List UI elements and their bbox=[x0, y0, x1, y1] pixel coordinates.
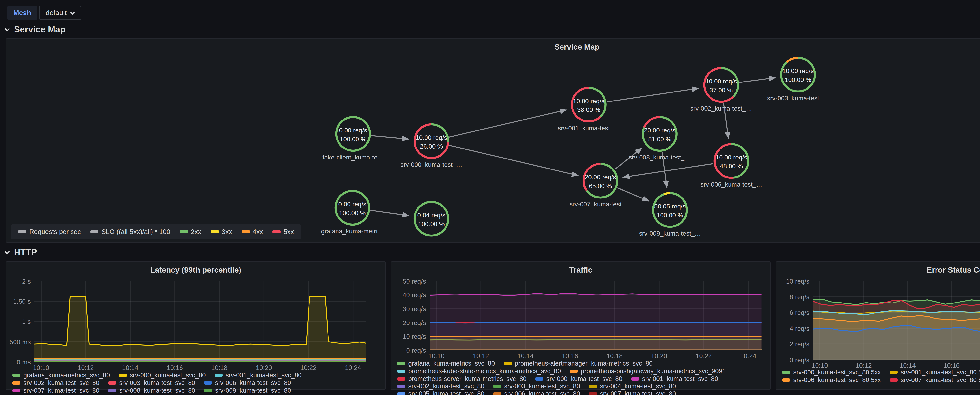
mesh-variable-label: Mesh bbox=[8, 6, 37, 20]
legend-swatch bbox=[204, 389, 212, 392]
legend-item[interactable]: srv-004_kuma-test_svc_80 bbox=[589, 383, 676, 390]
legend-item[interactable]: 5xx bbox=[272, 228, 294, 235]
legend-item[interactable]: srv-001_kuma-test_svc_80 5xx bbox=[889, 369, 980, 376]
panel-title[interactable]: Error Status Codes bbox=[776, 262, 980, 274]
legend-item[interactable]: prometheus-server_kuma-metrics_svc_80 bbox=[397, 376, 527, 382]
legend-item[interactable]: Requests per sec bbox=[18, 228, 81, 235]
x-axis-tick: 10:12 bbox=[466, 352, 496, 360]
x-axis-tick: 10:10 bbox=[27, 364, 56, 371]
row-title: HTTP bbox=[14, 247, 37, 257]
panel-title[interactable]: Traffic bbox=[391, 262, 770, 274]
legend-item[interactable]: srv-006_kuma-test_svc_80 bbox=[204, 380, 291, 386]
legend-item[interactable]: srv-006_kuma-test_svc_80 bbox=[493, 391, 580, 395]
legend-item[interactable]: srv-009_kuma-test_svc_80 bbox=[204, 387, 291, 394]
legend-item[interactable]: srv-000_kuma-test_svc_80 bbox=[535, 376, 622, 382]
svg-text:100.00 %: 100.00 % bbox=[785, 76, 811, 84]
legend-item[interactable]: SLO ((all-5xx)/all) * 100 bbox=[91, 228, 170, 235]
panel-title[interactable]: Latency (99th percentile) bbox=[6, 262, 385, 274]
service-map-node-ring bbox=[781, 58, 815, 92]
service-map-node-ring bbox=[336, 117, 370, 151]
row-header-http[interactable]: HTTP bbox=[6, 247, 37, 257]
row-header-service-map[interactable]: Service Map bbox=[6, 24, 65, 35]
svg-text:srv-008_kuma-test_…: srv-008_kuma-test_… bbox=[629, 154, 691, 161]
legend-item[interactable]: 3xx bbox=[211, 228, 232, 235]
legend-item[interactable]: prometheus-pushgateway_kuma-metrics_svc_… bbox=[570, 368, 726, 374]
service-map-edge bbox=[607, 88, 699, 102]
legend-swatch bbox=[589, 385, 597, 388]
y-axis-tick: 40 req/s bbox=[391, 291, 426, 299]
legend-item[interactable]: srv-002_kuma-test_svc_80 bbox=[12, 380, 99, 386]
legend-swatch bbox=[12, 381, 21, 385]
y-axis-tick: 10 req/s bbox=[391, 333, 426, 340]
traffic-panel: Traffic grafana_kuma-metrics_svc_80prome… bbox=[391, 261, 771, 390]
legend-item[interactable]: srv-007_kuma-test_svc_80 bbox=[12, 387, 99, 394]
legend-swatch bbox=[204, 381, 212, 385]
svg-text:srv-007_kuma-test_…: srv-007_kuma-test_… bbox=[570, 201, 632, 208]
service-map-edge bbox=[739, 78, 776, 82]
y-axis-tick: 8 req/s bbox=[776, 293, 810, 301]
legend-item[interactable]: srv-003_kuma-test_svc_80 bbox=[493, 383, 580, 390]
legend-swatch bbox=[215, 374, 223, 377]
legend-item[interactable]: srv-000_kuma-test_svc_80 5xx bbox=[782, 369, 881, 376]
legend-swatch bbox=[242, 230, 250, 233]
legend-item[interactable]: grafana_kuma-metrics_svc_80 bbox=[12, 372, 110, 379]
svg-text:81.00 %: 81.00 % bbox=[648, 136, 671, 143]
legend-item[interactable]: srv-005_kuma-test_svc_80 bbox=[397, 391, 484, 395]
svg-text:48.00 %: 48.00 % bbox=[720, 163, 743, 170]
y-axis-tick: 0 req/s bbox=[776, 356, 810, 364]
y-axis-tick: 30 req/s bbox=[391, 305, 426, 313]
chevron-down-icon bbox=[5, 26, 10, 32]
legend-item[interactable]: 2xx bbox=[180, 228, 201, 235]
errors-plot-area[interactable] bbox=[813, 281, 980, 360]
legend-item[interactable]: srv-007_kuma-test_svc_80 bbox=[589, 391, 676, 395]
svg-text:fake-client_kuma-te…: fake-client_kuma-te… bbox=[323, 154, 383, 161]
x-axis-tick: 10:16 bbox=[160, 364, 189, 371]
legend-swatch bbox=[397, 362, 405, 365]
svg-text:10.00 req/s: 10.00 req/s bbox=[716, 154, 747, 161]
error-status-codes-panel: Error Status Codes srv-000_kuma-test_svc… bbox=[776, 261, 980, 390]
legend-item[interactable]: prometheus-kube-state-metrics_kuma-metri… bbox=[397, 368, 561, 374]
x-axis-tick: 10:14 bbox=[511, 352, 540, 360]
svg-text:100.00 %: 100.00 % bbox=[657, 212, 683, 219]
service-map-legend: Requests per secSLO ((all-5xx)/all) * 10… bbox=[11, 224, 301, 240]
svg-text:.: . bbox=[431, 239, 433, 242]
legend-item[interactable]: srv-006_kuma-test_svc_80 5xx bbox=[782, 377, 881, 383]
svg-text:grafana_kuma-metri…: grafana_kuma-metri… bbox=[321, 228, 383, 235]
x-axis-tick: 10:16 bbox=[555, 352, 585, 360]
legend-item[interactable]: srv-001_kuma-test_svc_80 bbox=[215, 372, 302, 379]
svg-text:100.00 %: 100.00 % bbox=[340, 136, 366, 143]
legend-item[interactable]: srv-003_kuma-test_svc_80 bbox=[108, 380, 195, 386]
latency-plot-area[interactable] bbox=[35, 281, 366, 362]
service-map-node-ring bbox=[415, 202, 448, 236]
svg-text:26.00 %: 26.00 % bbox=[420, 143, 443, 150]
legend-swatch bbox=[211, 230, 219, 233]
legend-item[interactable]: srv-007_kuma-test_svc_80 5xx bbox=[889, 377, 980, 383]
legend-item[interactable]: grafana_kuma-metrics_svc_80 bbox=[397, 360, 495, 367]
traffic-plot-area[interactable] bbox=[430, 281, 762, 350]
legend-swatch bbox=[272, 230, 280, 233]
y-axis-tick: 1 s bbox=[6, 318, 31, 325]
x-axis-tick: 10:12 bbox=[849, 362, 878, 369]
service-map-graph[interactable]: 0.00 req/s100.00 %fake-client_kuma-te…10… bbox=[6, 39, 980, 242]
legend-item[interactable]: srv-000_kuma-test_svc_80 bbox=[119, 372, 206, 379]
svg-text:srv-009_kuma-test_…: srv-009_kuma-test_… bbox=[639, 230, 701, 237]
chevron-down-icon bbox=[5, 249, 10, 254]
legend-item[interactable]: prometheus-alertmanager_kuma-metrics_svc… bbox=[504, 360, 653, 367]
legend-item[interactable]: 4xx bbox=[242, 228, 263, 235]
legend-swatch bbox=[493, 392, 501, 395]
service-map-node-ring bbox=[336, 191, 369, 225]
row-title: Service Map bbox=[14, 24, 65, 35]
service-map-edge bbox=[449, 145, 578, 176]
legend-item[interactable]: srv-008_kuma-test_svc_80 bbox=[108, 387, 195, 394]
legend-swatch bbox=[91, 230, 99, 233]
legend-swatch bbox=[397, 370, 405, 373]
x-axis-tick: 10:22 bbox=[689, 352, 718, 360]
legend-item[interactable]: srv-001_kuma-test_svc_80 bbox=[631, 376, 718, 382]
svg-text:10.00 req/s: 10.00 req/s bbox=[573, 98, 605, 105]
series-grafana_kuma-metrics_svc_80 bbox=[430, 339, 762, 340]
mesh-variable-dropdown[interactable]: default bbox=[39, 6, 81, 20]
svg-text:100.00 %: 100.00 % bbox=[339, 209, 366, 216]
x-axis-tick: 10:10 bbox=[805, 362, 834, 369]
legend-item[interactable]: srv-002_kuma-test_svc_80 bbox=[397, 383, 484, 390]
legend-swatch bbox=[108, 389, 116, 392]
